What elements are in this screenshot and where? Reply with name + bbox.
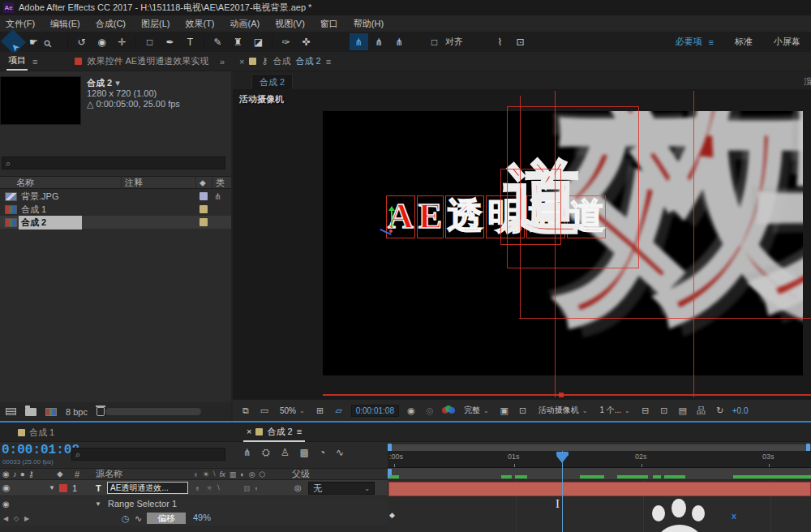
menu-help[interactable]: 帮助(H) — [354, 18, 384, 30]
playhead-marker[interactable] — [556, 456, 568, 469]
grid-guides-icon[interactable]: ⊞ — [314, 405, 327, 416]
label-swatch[interactable] — [200, 205, 208, 213]
project-item-comp-2-selected[interactable]: 合成 2 — [0, 216, 231, 229]
composition-viewport[interactable]: 活动摄像机 效 果 A E 透 明 通 道 道 — [233, 89, 811, 399]
brush-tool-icon[interactable]: ✎ — [208, 33, 227, 50]
comp-mini-flowchart-icon[interactable]: ⋔ — [243, 447, 251, 458]
parent-column[interactable]: 父级 — [292, 469, 310, 479]
horizontal-scrollbar[interactable] — [105, 408, 201, 415]
puppet-pin-tool-icon[interactable]: ✜ — [297, 33, 315, 50]
panel-menu-icon[interactable]: ≡ — [32, 57, 37, 66]
frame-blending-icon[interactable]: ▩ — [299, 447, 308, 458]
project-item-comp-1[interactable]: 合成 1 — [0, 203, 231, 216]
parent-dropdown[interactable]: 无 ⌄ — [308, 482, 375, 495]
tab-effect-controls[interactable]: 效果控件 AE透明通道效果实现 — [87, 55, 208, 67]
view-axis-mode-icon[interactable]: ⋔ — [390, 33, 409, 50]
keyframe-diamond[interactable]: ◆ — [389, 511, 395, 519]
new-folder-icon[interactable] — [25, 408, 36, 416]
add-keyframe-icon[interactable]: ◇ — [14, 511, 19, 526]
workspace-menu-icon[interactable]: ≡ — [709, 37, 714, 47]
timeline-track-area[interactable]: :00s 01s 02s 03s I ◆ x — [388, 442, 811, 532]
time-ruler[interactable] — [388, 451, 811, 468]
prev-keyframe-icon[interactable]: ◀ — [3, 511, 8, 526]
selection-tool-icon[interactable]: ➤ — [1, 29, 26, 54]
panel-menu-icon[interactable]: ≡ — [297, 427, 302, 436]
property-graph-icon[interactable]: ∿ — [135, 511, 142, 526]
magnification-dropdown[interactable]: 50% ⌄ — [277, 405, 308, 416]
workspace-small-screen[interactable]: 小屏幕 — [774, 36, 800, 48]
rectangle-tool-icon[interactable]: □ — [140, 33, 159, 50]
label-swatch[interactable] — [200, 218, 208, 226]
menu-view[interactable]: 视图(V) — [275, 18, 305, 30]
menu-file[interactable]: 文件(F) — [6, 18, 35, 30]
motion-sketch-icon[interactable]: ⌇ — [491, 33, 509, 50]
layer-collapse-icon[interactable]: ☀ — [206, 480, 212, 496]
layer-draft-icon[interactable]: ⧵ — [217, 480, 220, 496]
tab-overflow-icon[interactable]: » — [220, 57, 225, 66]
column-type[interactable]: 类 — [212, 177, 231, 188]
local-axis-mode-icon[interactable]: ⋔ — [350, 33, 368, 50]
layer-quality-icon[interactable]: ♁ — [195, 480, 200, 496]
view-layout-dropdown[interactable]: 1 个... ⌄ — [596, 404, 633, 417]
timeline-tab-comp-2[interactable]: × 合成 2 ≡ — [243, 423, 305, 442]
region-of-interest-icon[interactable]: ▣ — [498, 405, 511, 416]
label-swatch[interactable] — [200, 192, 208, 200]
column-name[interactable]: 名称 — [0, 177, 122, 188]
layer-motion-blur-icon[interactable]: ◐ — [255, 480, 259, 496]
wireframe-handle[interactable] — [559, 393, 564, 397]
mask-visibility-icon[interactable]: ▱ — [333, 405, 345, 416]
range-selector-row[interactable]: ◉ ▼ Range Selector 1 — [0, 496, 388, 511]
offset-property-label[interactable]: 偏移 — [147, 513, 186, 524]
layer-expand-icon[interactable]: ▼ — [49, 480, 55, 496]
clone-stamp-tool-icon[interactable]: ♜ — [229, 33, 247, 50]
graph-editor-icon[interactable]: ∿ — [336, 447, 344, 458]
resolution-dropdown[interactable]: 完整 ⌄ — [461, 404, 492, 417]
viewer-tab-comp-name[interactable]: 合成 2 — [296, 55, 321, 67]
zoom-tool-icon[interactable]: ⚲ — [41, 29, 67, 54]
menu-animation[interactable]: 动画(A) — [230, 18, 260, 30]
new-composition-icon[interactable] — [45, 408, 57, 416]
exposure-value[interactable]: +0.0 — [732, 406, 749, 415]
comp-info-dropdown-icon[interactable]: ▾ — [115, 78, 120, 88]
timeline-tab-comp-1[interactable]: 合成 1 — [15, 423, 58, 442]
trash-icon[interactable] — [97, 407, 105, 416]
panel-menu-icon[interactable]: ≡ — [326, 57, 331, 66]
property-eye-icon[interactable]: ◉ — [2, 496, 10, 511]
workspace-standard[interactable]: 标准 — [735, 36, 753, 48]
interpret-footage-icon[interactable] — [6, 408, 16, 415]
workspace-essentials[interactable]: 必要项 — [676, 36, 702, 48]
work-area-bar[interactable] — [388, 444, 811, 451]
transparency-grid-icon[interactable]: ⊡ — [517, 405, 530, 416]
reset-exposure-icon[interactable]: ↻ — [714, 405, 727, 416]
current-timecode[interactable]: 0:00:01:08 — [2, 443, 79, 457]
parent-pickwhip-icon[interactable]: ◎ — [294, 480, 302, 496]
toggle-mask-path-icon[interactable]: ⊟ — [639, 405, 652, 416]
project-item-bg-jpg[interactable]: 背景.JPG ⋔ — [0, 190, 231, 203]
pan-behind-tool-icon[interactable]: ✛ — [113, 33, 131, 50]
timeline-button-icon[interactable]: ⊡ — [658, 405, 671, 416]
next-keyframe-icon[interactable]: ▶ — [24, 511, 29, 526]
camera-tool-icon[interactable]: ◉ — [92, 33, 111, 50]
type-tool-icon[interactable]: T — [181, 33, 200, 50]
stopwatch-icon[interactable]: ◷ — [122, 511, 130, 526]
region-of-interest-icon[interactable]: ⊡ — [511, 33, 530, 50]
menu-layer[interactable]: 图层(L) — [141, 18, 169, 30]
flowchart-button-icon[interactable]: 品 — [695, 405, 708, 417]
menu-window[interactable]: 窗口 — [320, 18, 338, 30]
pen-tool-icon[interactable]: ✒ — [161, 33, 179, 50]
layer-duration-bar[interactable] — [388, 482, 811, 496]
menu-composition[interactable]: 合成(C) — [96, 18, 126, 30]
close-tab-icon[interactable]: × — [239, 57, 244, 66]
camera-view-dropdown[interactable]: 活动摄像机 ⌄ — [535, 404, 591, 417]
column-label-icon[interactable]: ⬥ — [196, 177, 212, 188]
show-snapshot-icon[interactable]: ◎ — [423, 405, 436, 416]
layer-row-1[interactable]: ◉ ▼ 1 T AE透明通道效... ♁ ☀ ⧵ ▥ ◐ ◎ 无 ⌄ — [0, 480, 388, 496]
align-checkbox[interactable]: □ — [425, 33, 444, 50]
source-name-column[interactable]: 源名称 — [96, 469, 122, 479]
anchor-point[interactable] — [389, 230, 393, 233]
layer-color-swatch[interactable] — [59, 484, 67, 492]
menu-edit[interactable]: 编辑(E) — [50, 18, 80, 30]
snapshot-icon[interactable]: ◉ — [405, 405, 418, 416]
eraser-tool-icon[interactable]: ◪ — [249, 33, 268, 50]
timeline-search-input[interactable]: ⌕ — [71, 448, 225, 461]
